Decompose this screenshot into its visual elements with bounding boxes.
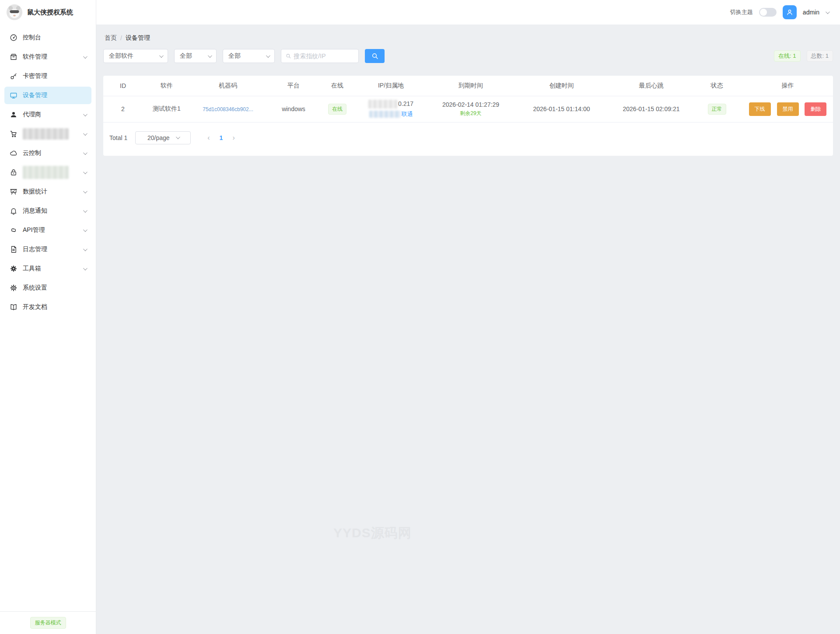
redacted-location [369,111,401,118]
current-page[interactable]: 1 [215,134,228,141]
status-filter-select[interactable]: 全部 [174,49,217,63]
sidebar-item-devices[interactable]: 设备管理 [4,87,91,104]
chevron-down-icon [83,131,88,136]
status-badge: 正常 [708,104,726,115]
sidebar-item-logs[interactable]: 日志管理 [4,241,91,258]
cell-platform: windows [265,96,322,122]
machine-code-link[interactable]: 75d1c008346cb902... [203,106,253,112]
top-header: 切换主题 admin [96,0,840,25]
ip-visible: 0.217 [398,100,413,107]
sidebar-item-cardkeys[interactable]: 卡密管理 [4,67,91,85]
sidebar-item-label: 卡密管理 [23,72,47,80]
col-heartbeat: 最后心跳 [611,76,692,96]
theme-toggle-label: 切换主题 [730,8,753,16]
dashboard-icon [10,34,18,42]
lock-icon [10,168,18,176]
sidebar-item-software[interactable]: 软件管理 [4,48,91,66]
sidebar-item-statistics[interactable]: 数据统计 [4,183,91,200]
chevron-down-icon [83,189,88,193]
sidebar-item-label: 日志管理 [23,245,47,253]
search-icon [371,53,378,60]
key-icon [10,72,18,80]
sidebar-item-redacted-1[interactable] [4,125,91,143]
cell-software: 测试软件1 [143,96,191,122]
cell-actions: 下线 禁用 删除 [742,96,833,122]
chevron-down-icon [83,151,88,155]
redacted-label [23,128,69,140]
sidebar-item-agents[interactable]: 代理商 [4,106,91,123]
sidebar-item-docs[interactable]: 开发文档 [4,298,91,316]
username[interactable]: admin [803,9,819,16]
cell-created: 2026-01-15 01:14:00 [512,96,611,122]
chevron-down-icon [176,135,180,139]
breadcrumb-home[interactable]: 首页 [105,34,117,42]
filter-bar: 全部软件 全部 全部 在线: 1 总数: 1 [103,49,833,63]
search-input[interactable] [294,53,354,60]
chevron-down-icon[interactable] [826,10,830,14]
sidebar-item-dashboard[interactable]: 控制台 [4,29,91,46]
cart-icon [10,130,18,138]
next-page-icon[interactable]: › [227,134,240,142]
online-count-badge: 在线: 1 [774,50,800,62]
device-table: ID 软件 机器码 平台 在线 IP/归属地 到期时间 创建时间 最后心跳 状态… [103,76,833,123]
chevron-down-icon [83,170,88,174]
main-content: 首页 / 设备管理 全部软件 全部 全部 在线: 1 总数: 1 [96,25,840,634]
sidebar-item-label: 工具箱 [23,265,41,273]
pagination: Total 1 20/page ‹ 1 › [103,123,833,156]
pagination-total: Total 1 [109,134,127,141]
sidebar: 鼠大侠授权系统 控制台 软件管理 卡密管理 设备管理 代理商 [0,0,96,634]
delete-button[interactable]: 删除 [805,102,826,116]
theme-toggle-switch[interactable] [759,8,777,17]
page-size-select[interactable]: 20/page [135,131,191,144]
sidebar-item-api[interactable]: API管理 [4,221,91,239]
sidebar-item-redacted-2[interactable] [4,164,91,181]
toggle-knob [760,9,767,16]
online-filter-value: 全部 [228,52,241,60]
offline-button[interactable]: 下线 [749,102,771,116]
sidebar-item-label: 代理商 [23,111,41,119]
cell-id: 2 [103,96,143,122]
location-visible: 联通 [402,111,413,117]
sidebar-footer: 服务器模式 [0,611,96,634]
disable-button[interactable]: 禁用 [777,102,799,116]
breadcrumb-current: 设备管理 [126,34,150,42]
device-table-card: ID 软件 机器码 平台 在线 IP/归属地 到期时间 创建时间 最后心跳 状态… [103,76,833,156]
sidebar-item-toolbox[interactable]: 工具箱 [4,260,91,277]
col-software: 软件 [143,76,191,96]
col-machine-code: 机器码 [191,76,265,96]
user-avatar[interactable] [783,5,797,19]
sidebar-item-label: 软件管理 [23,53,47,61]
software-filter-select[interactable]: 全部软件 [103,49,168,63]
server-mode-badge: 服务器模式 [30,617,66,629]
col-actions: 操作 [742,76,833,96]
chevron-down-icon [83,112,88,116]
sidebar-item-label: 控制台 [23,34,41,42]
search-button[interactable] [365,49,385,63]
api-link-icon [10,226,18,234]
status-filter-value: 全部 [180,52,192,60]
chevron-down-icon [83,54,88,59]
redacted-ip [368,100,397,109]
chevron-down-icon [208,53,212,58]
col-ip: IP/归属地 [353,76,429,96]
sidebar-menu: 控制台 软件管理 卡密管理 设备管理 代理商 云控制 [0,25,96,316]
sidebar-item-label: 系统设置 [23,284,47,292]
col-expire: 到期时间 [429,76,512,96]
sidebar-item-notifications[interactable]: 消息通知 [4,202,91,220]
app-title: 鼠大侠授权系统 [27,8,73,17]
prev-page-icon[interactable]: ‹ [202,134,215,142]
chevron-down-icon [83,208,88,213]
sidebar-item-cloud[interactable]: 云控制 [4,144,91,162]
col-online: 在线 [322,76,353,96]
col-created: 创建时间 [512,76,611,96]
chevron-down-icon [266,53,270,58]
docs-book-icon [10,303,18,311]
sidebar-item-settings[interactable]: 系统设置 [4,279,91,297]
online-filter-select[interactable]: 全部 [223,49,275,63]
cell-heartbeat: 2026-01-15 02:09:21 [611,96,692,122]
chevron-down-icon [83,247,88,251]
count-badges: 在线: 1 总数: 1 [774,50,833,62]
app-logo-mouse-icon [6,4,23,21]
expire-time: 2026-02-14 01:27:29 [429,101,512,108]
sidebar-item-label: API管理 [23,226,45,234]
